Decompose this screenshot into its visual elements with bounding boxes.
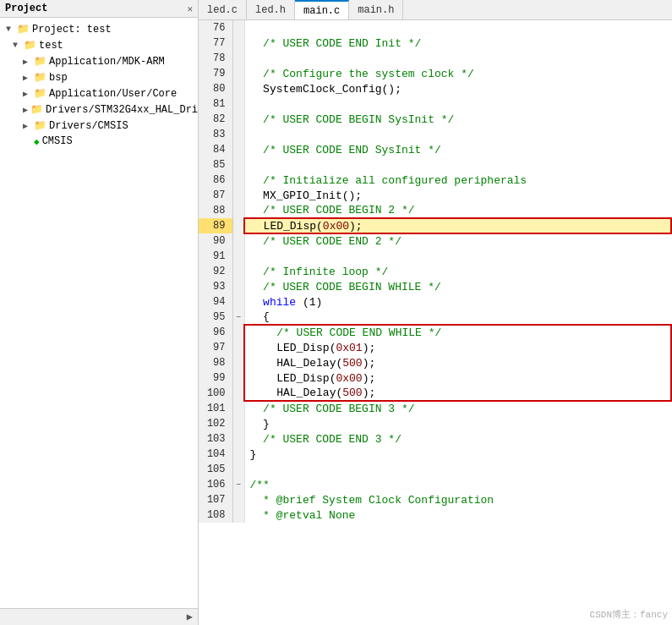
line-number: 78 [199,51,232,66]
sidebar-item-project-test[interactable]: ▼ 📁 Project: test [0,21,198,37]
line-code: /* USER CODE BEGIN WHILE */ [244,279,671,294]
tabs-bar: led.cled.hmain.cmain.h [199,0,672,20]
sidebar-footer: ▶ [0,608,198,625]
table-row: 92 /* Infinite loop */ [199,264,671,279]
line-code: } [244,447,671,462]
line-expand [232,401,244,416]
folder-icon: 📁 [17,23,30,36]
line-number: 84 [199,142,232,157]
table-row: 96 /* USER CODE END WHILE */ [199,325,671,340]
sidebar-item-test-node[interactable]: ▼ 📁 test [0,37,198,53]
leaf-icon [23,137,31,146]
table-row: 95− { [199,310,671,325]
line-code [244,96,671,112]
line-number: 95 [199,310,232,325]
sidebar-item-cmsis[interactable]: ◆ CMSIS [0,134,198,149]
tab-led-c[interactable]: led.c [199,0,247,19]
sidebar-item-drivers-cmsis[interactable]: ▶ 📁 Drivers/CMSIS [0,118,198,134]
tree-item-label: test [39,40,63,52]
table-row: 84 /* USER CODE END SysInit */ [199,142,671,157]
line-expand [232,370,244,386]
tab-label: main.h [358,4,394,16]
table-row: 88 /* USER CODE BEGIN 2 */ [199,203,671,218]
table-row: 98 HAL_Delay(500); [199,355,671,370]
table-row: 108 * @retval None [199,507,671,523]
tree-item-label: Drivers/CMSIS [49,120,128,132]
line-number: 76 [199,20,232,36]
scroll-right-icon[interactable]: ▶ [185,611,194,623]
line-number: 82 [199,112,232,127]
line-code: * @brief System Clock Configuration [244,492,671,507]
collapse-icon: ▶ [23,105,28,115]
line-code: /** [244,477,671,492]
table-row: 93 /* USER CODE BEGIN WHILE */ [199,279,671,294]
line-code: /* USER CODE END Init */ [244,36,671,51]
table-row: 77 /* USER CODE END Init */ [199,36,671,51]
line-number: 106 [199,477,232,492]
tab-led-h[interactable]: led.h [247,0,295,19]
line-number: 101 [199,401,232,416]
tab-main-h[interactable]: main.h [349,0,403,19]
sidebar-item-app-core[interactable]: ▶ 📁 Application/User/Core [0,85,198,101]
line-code: /* Initialize all configured peripherals [244,173,671,188]
sidebar-item-bsp[interactable]: ▶ 📁 bsp [0,69,198,85]
line-number: 104 [199,447,232,462]
line-expand [232,294,244,310]
line-number: 77 [199,36,232,51]
line-code: SystemClock_Config(); [244,81,671,96]
line-number: 91 [199,249,232,264]
table-row: 90 /* USER CODE END 2 */ [199,233,671,249]
line-number: 96 [199,325,232,340]
tab-label: main.c [303,5,340,17]
line-code: /* USER CODE END SysInit */ [244,142,671,157]
line-expand [232,96,244,112]
line-expand [232,203,244,218]
sidebar-header: Project ✕ [0,0,198,18]
line-expand [232,264,244,279]
line-number: 86 [199,173,232,188]
sidebar-tree: ▼ 📁 Project: test ▼ 📁 test ▶ 📁 Applicati… [0,18,198,608]
table-row: 91 [199,249,671,264]
collapse-icon: ▶ [23,121,31,131]
line-code: MX_GPIO_Init(); [244,188,671,203]
line-code: * @retval None [244,507,671,523]
line-code: HAL_Delay(500); [244,386,671,401]
line-expand: − [232,310,244,325]
folder-icon: 📁 [34,71,46,84]
table-row: 81 [199,96,671,112]
tree-item-label: Application/MDK-ARM [49,56,165,68]
tree-item-label: bsp [49,72,68,84]
tree-item-label: Drivers/STM32G4xx_HAL_Dri [46,104,198,116]
line-number: 83 [199,127,232,142]
code-container[interactable]: 7677 /* USER CODE END Init */7879 /* Con… [199,20,672,625]
line-expand [232,36,244,51]
table-row: 80 SystemClock_Config(); [199,81,671,96]
table-row: 86 /* Initialize all configured peripher… [199,173,671,188]
editor-area: led.cled.hmain.cmain.h 7677 /* USER CODE… [199,0,672,625]
sidebar-item-app-mdk[interactable]: ▶ 📁 Application/MDK-ARM [0,53,198,69]
table-row: 105 [199,462,671,477]
sidebar-item-drivers-stm32[interactable]: ▶ 📁 Drivers/STM32G4xx_HAL_Dri [0,101,198,118]
line-expand [232,355,244,370]
close-icon[interactable]: ✕ [187,3,193,14]
line-code: LED_Disp(0x00); [244,370,671,386]
line-expand [232,279,244,294]
collapse-icon[interactable]: − [236,313,241,322]
line-number: 103 [199,431,232,447]
line-expand [232,81,244,96]
tab-main-c[interactable]: main.c [295,0,349,19]
table-row: 76 [199,20,671,36]
line-expand [232,66,244,81]
line-number: 85 [199,157,232,173]
line-number: 81 [199,96,232,112]
line-code: } [244,416,671,431]
tab-label: led.h [255,4,286,16]
line-number: 105 [199,462,232,477]
line-number: 102 [199,416,232,431]
line-expand [232,218,244,233]
sidebar-header-icons: ✕ [187,3,193,14]
collapse-icon: ▶ [23,73,31,83]
line-code [244,249,671,264]
line-number: 99 [199,370,232,386]
expand-icon[interactable]: − [236,480,241,490]
